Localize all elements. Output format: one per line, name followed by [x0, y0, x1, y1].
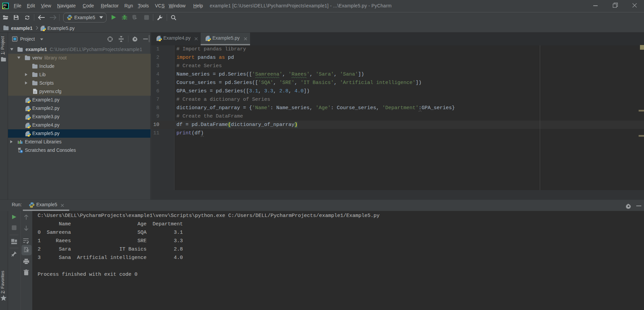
svg-text:PC: PC [3, 4, 7, 6]
